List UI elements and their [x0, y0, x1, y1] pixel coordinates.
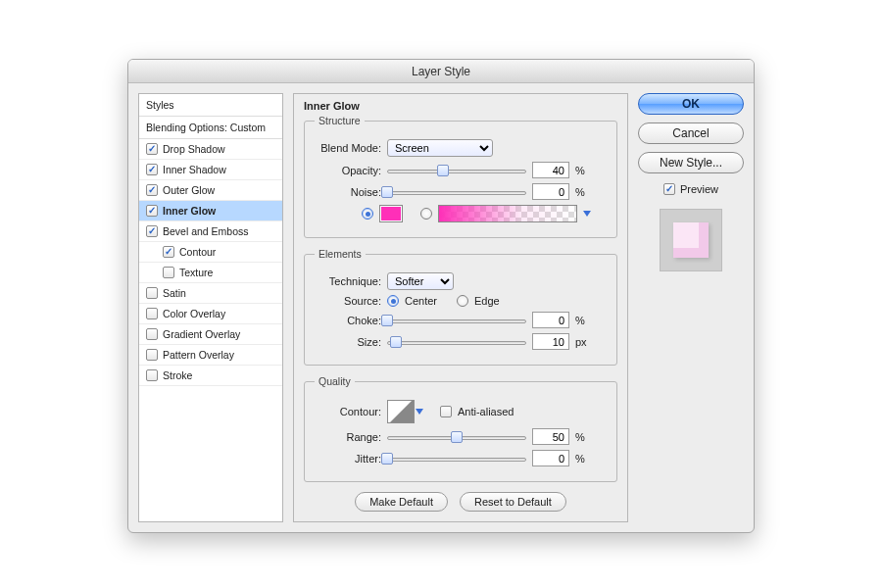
noise-label: Noise:	[315, 186, 381, 198]
glow-gradient-bar[interactable]	[438, 205, 577, 222]
px-unit: px	[575, 336, 593, 348]
glow-gradient-radio[interactable]	[420, 208, 432, 220]
jitter-input[interactable]	[532, 450, 569, 466]
size-input[interactable]	[532, 333, 569, 350]
choke-input[interactable]	[532, 312, 569, 328]
style-row-stroke[interactable]: Stroke	[139, 366, 282, 386]
glow-solid-radio[interactable]	[362, 208, 373, 220]
style-label: Contour	[179, 246, 216, 258]
range-slider[interactable]	[387, 430, 526, 444]
style-label: Inner Glow	[163, 205, 216, 217]
chevron-down-icon[interactable]	[583, 211, 591, 217]
blend-mode-select[interactable]: Screen	[387, 139, 493, 157]
source-edge-label: Edge	[474, 295, 500, 307]
style-label: Satin	[163, 287, 186, 299]
style-checkbox[interactable]	[146, 225, 158, 237]
source-center-radio[interactable]	[387, 295, 399, 307]
percent-unit: %	[575, 315, 593, 326]
style-label: Inner Shadow	[163, 164, 226, 175]
source-label: Source:	[315, 295, 381, 307]
cancel-button[interactable]: Cancel	[638, 122, 744, 144]
elements-legend: Elements	[315, 248, 366, 260]
range-input[interactable]	[532, 428, 569, 445]
style-label: Pattern Overlay	[163, 349, 234, 361]
percent-unit: %	[575, 186, 593, 198]
contour-picker[interactable]	[387, 400, 415, 423]
dialog-buttons: OK Cancel New Style... Preview	[638, 93, 744, 522]
style-checkbox[interactable]	[146, 164, 158, 175]
style-label: Texture	[179, 267, 213, 278]
reset-default-button[interactable]: Reset to Default	[460, 492, 566, 512]
style-row-satin[interactable]: Satin	[139, 283, 282, 304]
style-label: Gradient Overlay	[163, 328, 240, 340]
style-row-gradient-overlay[interactable]: Gradient Overlay	[139, 324, 282, 345]
style-label: Drop Shadow	[163, 143, 225, 155]
noise-slider[interactable]	[387, 185, 526, 199]
opacity-input[interactable]	[532, 162, 569, 178]
style-label: Bevel and Emboss	[163, 225, 249, 237]
range-label: Range:	[315, 431, 381, 443]
technique-select[interactable]: Softer	[387, 272, 454, 290]
size-slider[interactable]	[387, 335, 526, 349]
style-checkbox[interactable]	[146, 287, 158, 299]
style-row-outer-glow[interactable]: Outer Glow	[139, 180, 282, 201]
style-label: Color Overlay	[163, 308, 225, 319]
dialog-body: Styles Blending Options: Custom Drop Sha…	[128, 83, 754, 532]
size-label: Size:	[315, 336, 381, 348]
style-checkbox[interactable]	[146, 369, 158, 381]
preview-thumbnail-icon	[673, 222, 709, 258]
style-row-texture[interactable]: Texture	[139, 263, 282, 283]
style-row-pattern-overlay[interactable]: Pattern Overlay	[139, 345, 282, 366]
opacity-slider[interactable]	[387, 164, 526, 177]
style-checkbox[interactable]	[146, 143, 158, 155]
layer-style-dialog: Layer Style Styles Blending Options: Cus…	[127, 59, 755, 533]
anti-aliased-checkbox[interactable]	[440, 406, 452, 417]
noise-input[interactable]	[532, 183, 569, 200]
glow-color-swatch[interactable]	[379, 205, 403, 222]
style-row-color-overlay[interactable]: Color Overlay	[139, 304, 282, 324]
source-edge-radio[interactable]	[457, 295, 468, 307]
blend-mode-label: Blend Mode:	[315, 142, 381, 154]
preview-checkbox[interactable]	[663, 183, 675, 195]
percent-unit: %	[575, 431, 593, 443]
chevron-down-icon	[416, 409, 423, 415]
styles-header[interactable]: Styles	[139, 94, 282, 117]
style-checkbox[interactable]	[163, 246, 174, 258]
style-row-drop-shadow[interactable]: Drop Shadow	[139, 139, 282, 160]
new-style-button[interactable]: New Style...	[638, 152, 744, 173]
jitter-slider[interactable]	[387, 452, 526, 466]
style-checkbox[interactable]	[146, 328, 158, 340]
jitter-label: Jitter:	[315, 453, 381, 465]
blending-options[interactable]: Blending Options: Custom	[139, 117, 282, 139]
percent-unit: %	[575, 165, 593, 176]
style-checkbox[interactable]	[146, 308, 158, 319]
dialog-title: Layer Style	[128, 60, 754, 83]
style-checkbox[interactable]	[163, 267, 174, 278]
style-row-inner-glow[interactable]: Inner Glow	[139, 201, 282, 221]
style-checkbox[interactable]	[146, 205, 158, 217]
technique-label: Technique:	[315, 275, 381, 287]
structure-legend: Structure	[315, 115, 365, 126]
style-row-inner-shadow[interactable]: Inner Shadow	[139, 160, 282, 180]
choke-slider[interactable]	[387, 314, 526, 327]
styles-list: Styles Blending Options: Custom Drop Sha…	[138, 93, 283, 522]
percent-unit: %	[575, 453, 593, 465]
style-label: Stroke	[163, 369, 192, 381]
style-row-contour[interactable]: Contour	[139, 242, 282, 263]
ok-button[interactable]: OK	[638, 93, 744, 115]
elements-group: Elements Technique: Softer Source: Cente…	[304, 248, 617, 366]
style-checkbox[interactable]	[146, 184, 158, 196]
preview-label: Preview	[680, 183, 718, 195]
structure-group: Structure Blend Mode: Screen Opacity: %	[304, 115, 617, 238]
style-label: Outer Glow	[163, 184, 215, 196]
source-center-label: Center	[405, 295, 437, 307]
style-checkbox[interactable]	[146, 349, 158, 361]
preview-swatch	[660, 209, 722, 271]
make-default-button[interactable]: Make Default	[355, 492, 448, 512]
effect-panel-title: Inner Glow	[304, 100, 617, 112]
style-row-bevel-and-emboss[interactable]: Bevel and Emboss	[139, 221, 282, 242]
opacity-label: Opacity:	[315, 165, 381, 176]
contour-label: Contour:	[315, 406, 381, 417]
quality-legend: Quality	[315, 375, 355, 387]
effect-panel: Inner Glow Structure Blend Mode: Screen …	[293, 93, 628, 522]
